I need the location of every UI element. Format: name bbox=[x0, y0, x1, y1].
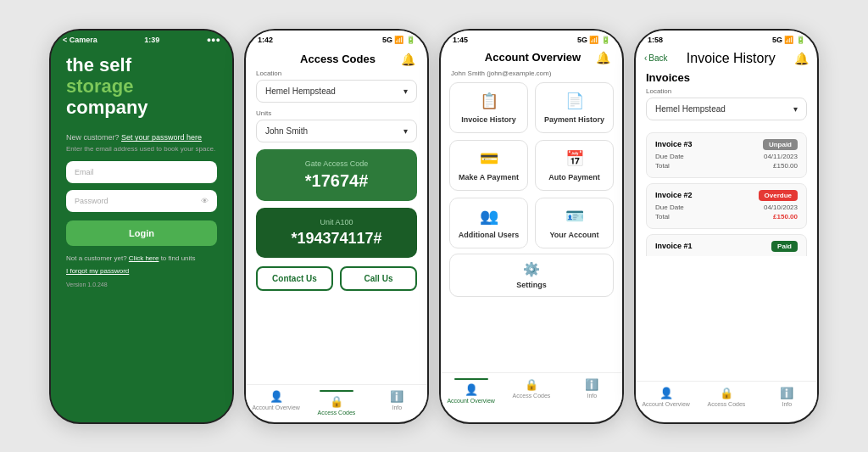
invoice-num-2: Invoice #2 bbox=[655, 191, 693, 199]
back-label: Back bbox=[648, 53, 667, 63]
nav-active-bar-2 bbox=[320, 390, 353, 392]
payment-history-tile[interactable]: 📄 Payment History bbox=[535, 82, 614, 133]
bottom-nav-2: 👤 Account Overview 🔒 Access Codes ℹ️ Inf… bbox=[246, 384, 427, 419]
gate-code-label: Gate Access Code bbox=[266, 159, 407, 168]
contact-us-button[interactable]: Contact Us bbox=[256, 266, 333, 291]
payment-history-icon: 📄 bbox=[565, 92, 584, 110]
invoice-card-1[interactable]: Invoice #1 Paid Due Date 04/09/2023 bbox=[646, 234, 807, 257]
nav-info-4[interactable]: ℹ️ Info bbox=[757, 387, 817, 407]
invoice-row-1-header: Invoice #1 Paid bbox=[655, 241, 798, 252]
make-payment-icon: 💳 bbox=[480, 149, 498, 168]
nav-access-label-3: Access Codes bbox=[513, 393, 551, 399]
phone-login: < Camera 1:39 ●●● the self storage compa… bbox=[49, 29, 234, 424]
unit-code-box: Unit A100 *194374117# bbox=[256, 208, 417, 258]
nav-account-label-4: Account Overview bbox=[642, 401, 689, 407]
logo-storage: storage bbox=[66, 75, 133, 97]
logo-text: the self storage company bbox=[66, 54, 217, 119]
nav-access-codes-2[interactable]: 🔒 Access Codes bbox=[306, 390, 366, 416]
new-customer-text: New customer? Set your password here bbox=[66, 133, 217, 142]
screen4-header: ‹ Back Invoice History 🔔 bbox=[636, 46, 817, 70]
total-value-3: £150.00 bbox=[773, 162, 798, 170]
invoice-history-label: Invoice History bbox=[461, 115, 516, 124]
login-button[interactable]: Login bbox=[66, 220, 217, 246]
eye-icon[interactable]: 👁 bbox=[201, 197, 209, 205]
chevron-left-icon: ‹ bbox=[644, 53, 647, 63]
version-text: Version 1.0.248 bbox=[66, 282, 217, 287]
nav-access-icon-2: 🔒 bbox=[330, 395, 343, 408]
invoice-due-2: Due Date 04/10/2023 bbox=[655, 204, 798, 211]
screen2-header: Access Codes 🔔 bbox=[246, 46, 427, 70]
status-icons-4: 5G 📶 🔋 bbox=[772, 36, 805, 44]
screen3-header: Account Overview 🔔 bbox=[441, 46, 622, 68]
back-button[interactable]: ‹ Back bbox=[644, 53, 668, 63]
nav-account-overview-4[interactable]: 👤 Account Overview bbox=[636, 387, 696, 407]
click-here-link[interactable]: Click here bbox=[129, 254, 159, 262]
call-us-button[interactable]: Call Us bbox=[340, 266, 417, 291]
user-email: John Smith (john@example.com) bbox=[441, 68, 622, 82]
total-label-3: Total bbox=[655, 162, 670, 170]
phone-access-codes: 1:42 5G 📶 🔋 Access Codes 🔔 Location Heme… bbox=[244, 29, 429, 424]
settings-tile[interactable]: ⚙️ Settings bbox=[449, 254, 614, 297]
time-2: 1:42 bbox=[258, 36, 273, 44]
nav-access-label-4: Access Codes bbox=[708, 401, 746, 407]
invoice-num-1: Invoice #1 bbox=[655, 242, 693, 250]
location-dropdown-2[interactable]: Hemel Hempstead ▾ bbox=[256, 80, 417, 103]
make-payment-label: Make A Payment bbox=[459, 173, 519, 181]
email-field[interactable]: Email bbox=[66, 161, 217, 183]
nav-access-codes-4[interactable]: 🔒 Access Codes bbox=[696, 387, 756, 407]
nav-active-bar-3 bbox=[454, 378, 488, 380]
screen4-body: ‹ Back Invoice History 🔔 Invoices Locati… bbox=[636, 46, 817, 410]
auto-payment-tile[interactable]: 📅 Auto Payment bbox=[535, 140, 614, 191]
forgot-password-link[interactable]: I forgot my password bbox=[66, 267, 217, 275]
nav-info-2[interactable]: ℹ️ Info bbox=[367, 390, 427, 416]
chevron-down-icon-2: ▾ bbox=[403, 86, 408, 96]
invoice-history-tile[interactable]: 📋 Invoice History bbox=[449, 82, 528, 133]
status-bar-2: 1:42 5G 📶 🔋 bbox=[246, 31, 427, 46]
your-account-tile[interactable]: 🪪 Your Account bbox=[535, 198, 614, 248]
nav-access-label-2: Access Codes bbox=[318, 410, 356, 416]
unit-value: John Smith bbox=[265, 126, 308, 136]
time-4: 1:58 bbox=[648, 36, 663, 44]
auto-payment-icon: 📅 bbox=[565, 149, 584, 168]
nav-info-label-2: Info bbox=[392, 405, 402, 410]
your-account-icon: 🪪 bbox=[565, 207, 584, 226]
settings-label: Settings bbox=[516, 281, 547, 289]
location-value-4: Hemel Hempstead bbox=[655, 104, 726, 114]
unit-code-label: Unit A100 bbox=[266, 218, 407, 226]
bell-icon-2[interactable]: 🔔 bbox=[401, 53, 415, 66]
email-placeholder: Email bbox=[75, 168, 94, 176]
location-value-2: Hemel Hempstead bbox=[265, 86, 336, 96]
nav-info-icon-4: ℹ️ bbox=[780, 387, 793, 399]
invoice-history-icon: 📋 bbox=[480, 92, 498, 110]
invoice-due-3: Due Date 04/11/2023 bbox=[655, 153, 798, 160]
location-label-4: Location bbox=[646, 87, 807, 95]
nav-account-overview-3[interactable]: 👤 Account Overview bbox=[441, 378, 501, 404]
additional-users-tile[interactable]: 👥 Additional Users bbox=[449, 198, 528, 248]
invoice-location-area: Location Hemel Hempstead ▾ bbox=[636, 87, 817, 132]
set-password-link[interactable]: Set your password here bbox=[121, 133, 202, 142]
make-payment-tile[interactable]: 💳 Make A Payment bbox=[449, 140, 528, 191]
units-dropdown[interactable]: John Smith ▾ bbox=[256, 120, 417, 142]
nav-info-3[interactable]: ℹ️ Info bbox=[562, 378, 622, 404]
invoice-card-3[interactable]: Invoice #3 Unpaid Due Date 04/11/2023 To… bbox=[646, 132, 807, 178]
status-bar-1: < Camera 1:39 ●●● bbox=[51, 31, 232, 46]
password-field[interactable]: Password 👁 bbox=[66, 190, 217, 212]
bell-icon-4[interactable]: 🔔 bbox=[794, 52, 809, 65]
location-dropdown-4[interactable]: Hemel Hempstead ▾ bbox=[646, 98, 807, 120]
invoice-total-3: Total £150.00 bbox=[655, 162, 798, 170]
back-camera[interactable]: < Camera bbox=[63, 36, 97, 44]
chevron-down-icon-units: ▾ bbox=[403, 126, 408, 136]
nav-account-icon-2: 👤 bbox=[270, 390, 283, 403]
invoice-total-2: Total £150.00 bbox=[655, 213, 798, 220]
due-label-3: Due Date bbox=[655, 153, 684, 160]
bell-icon-3[interactable]: 🔔 bbox=[596, 51, 610, 64]
invoice-status-1: Paid bbox=[771, 241, 798, 252]
invoice-status-2: Overdue bbox=[759, 190, 798, 201]
nav-access-codes-3[interactable]: 🔒 Access Codes bbox=[501, 378, 561, 404]
status-icons-1: ●●● bbox=[207, 36, 220, 44]
screen2-body: Location Hemel Hempstead ▾ Units John Sm… bbox=[246, 70, 427, 384]
invoice-status-3: Unpaid bbox=[763, 139, 798, 150]
invoice-card-2[interactable]: Invoice #2 Overdue Due Date 04/10/2023 T… bbox=[646, 183, 807, 229]
nav-account-overview-2[interactable]: 👤 Account Overview bbox=[246, 390, 306, 416]
screen3-title: Account Overview bbox=[470, 51, 596, 64]
